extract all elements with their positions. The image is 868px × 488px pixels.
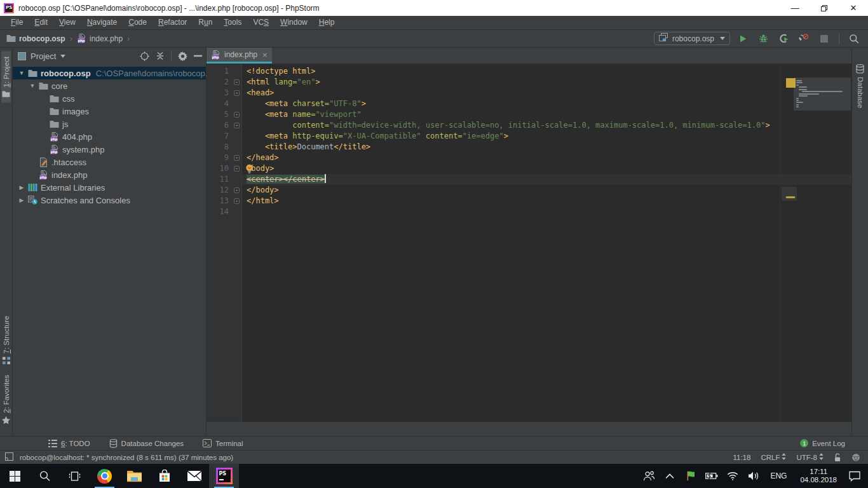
- tree-expand-arrow[interactable]: ▼: [27, 83, 37, 89]
- minimize-button[interactable]: —: [780, 0, 810, 16]
- menu-help[interactable]: Help: [313, 16, 341, 29]
- code-line-14[interactable]: [242, 207, 851, 217]
- warning-stripe-mark[interactable]: [786, 196, 795, 198]
- fold-marker[interactable]: [234, 198, 240, 204]
- locate-icon[interactable]: [140, 51, 149, 61]
- code-line-11[interactable]: <center></center>: [242, 174, 851, 185]
- tree-item-js[interactable]: js: [13, 118, 206, 130]
- tool-stripe-database[interactable]: Database: [855, 59, 865, 113]
- encoding-widget[interactable]: UTF-8: [796, 453, 824, 461]
- code-line-12[interactable]: </body>: [242, 185, 851, 196]
- chevron-down-icon[interactable]: [60, 55, 65, 58]
- fold-marker[interactable]: [234, 187, 240, 193]
- tool-stripe-2-favorites[interactable]: 2: Favorites: [1, 370, 11, 430]
- tree-item-robocop-osp[interactable]: ▼robocop.ospC:\OSPanel\domains\robocop.o…: [13, 67, 206, 79]
- line-separator-widget[interactable]: CRLF: [761, 453, 786, 461]
- tool-window-button-database-changes[interactable]: Database Changes: [109, 439, 184, 448]
- code-line-6[interactable]: content="width=device-width, user-scalab…: [242, 120, 851, 131]
- code-line-5[interactable]: <meta name="viewport": [242, 109, 851, 120]
- close-icon[interactable]: ×: [262, 50, 268, 60]
- tray-chevron-up-icon[interactable]: [661, 466, 678, 485]
- hector-inspections-icon[interactable]: [851, 453, 860, 462]
- menu-edit[interactable]: Edit: [29, 16, 53, 29]
- language-indicator[interactable]: ENG: [766, 471, 790, 480]
- taskbar-task-view-icon[interactable]: [60, 464, 90, 488]
- code-line-2[interactable]: <html lang="en">: [242, 77, 851, 88]
- editor-code-pane[interactable]: <!doctype html><html lang="en"><head> <m…: [242, 64, 851, 421]
- action-center-icon[interactable]: [846, 466, 863, 485]
- clock[interactable]: 17:11 04.08.2018: [795, 468, 842, 484]
- taskbar-mail-icon[interactable]: [179, 464, 209, 488]
- tree-collapse-arrow[interactable]: ▶: [17, 197, 27, 203]
- menu-file[interactable]: File: [5, 16, 29, 29]
- menu-tools[interactable]: Tools: [218, 16, 247, 29]
- menu-window[interactable]: Window: [275, 16, 313, 29]
- tree-item-scratches-and-consoles[interactable]: ▶Scratches and Consoles: [13, 194, 206, 207]
- restore-button[interactable]: [810, 0, 839, 16]
- listen-debug-connections-button[interactable]: [796, 32, 811, 46]
- tray-ospanel-flag-icon[interactable]: [682, 466, 699, 485]
- code-line-9[interactable]: </head>: [242, 152, 851, 163]
- taskbar-chrome-icon[interactable]: [90, 464, 119, 488]
- taskbar-phpstorm-icon[interactable]: PS: [209, 464, 239, 488]
- tool-window-button-terminal[interactable]: Terminal: [203, 439, 243, 447]
- editor-tab-index.php[interactable]: phpindex.php×: [207, 48, 272, 64]
- tool-stripe-1-project[interactable]: 1: Project: [1, 51, 11, 103]
- debug-button[interactable]: [756, 32, 771, 46]
- tree-item--htaccess[interactable]: .htaccess: [13, 156, 206, 168]
- menu-view[interactable]: View: [53, 16, 81, 29]
- code-editor[interactable]: 1234567891011121314 <!doctype html><html…: [207, 64, 851, 421]
- tree-item-external-libraries[interactable]: ▶External Libraries: [13, 181, 206, 194]
- tool-stripe-7-structure[interactable]: 7: Structure: [2, 311, 11, 369]
- tree-expand-arrow[interactable]: ▼: [17, 70, 27, 76]
- menu-refactor[interactable]: Refactor: [153, 16, 193, 29]
- taskbar-store-icon[interactable]: [149, 464, 179, 488]
- tray-people-icon[interactable]: [641, 466, 657, 485]
- tree-item-system-php[interactable]: phpsystem.php: [13, 143, 206, 156]
- run-configuration-select[interactable]: robocop.osp: [654, 32, 730, 45]
- collapse-all-icon[interactable]: [156, 51, 165, 60]
- fold-marker[interactable]: [234, 112, 240, 118]
- tray-battery-icon[interactable]: [703, 466, 720, 485]
- menu-code[interactable]: Code: [123, 16, 153, 29]
- run-with-coverage-button[interactable]: [776, 32, 791, 46]
- fold-marker[interactable]: [234, 90, 240, 96]
- tray-wifi-icon[interactable]: [724, 466, 741, 485]
- fold-marker[interactable]: [234, 166, 240, 172]
- tray-volume-icon[interactable]: [745, 466, 762, 485]
- code-line-8[interactable]: <title>Document</title>: [242, 142, 851, 152]
- nav-breadcrumb-robocop.osp[interactable]: robocop.osp: [6, 34, 65, 43]
- taskbar-start-icon[interactable]: [0, 464, 30, 488]
- tool-window-button-6-todo[interactable]: 6: TODO: [48, 440, 90, 447]
- menu-vcs[interactable]: VCS: [247, 16, 275, 29]
- intention-bulb-icon[interactable]: [245, 164, 254, 177]
- code-line-13[interactable]: </html>: [242, 196, 851, 207]
- search-everywhere-button[interactable]: [846, 32, 862, 46]
- lock-open-icon[interactable]: [834, 453, 841, 462]
- fold-marker[interactable]: [234, 123, 240, 128]
- close-button[interactable]: ✕: [839, 0, 868, 16]
- fold-marker[interactable]: [234, 79, 240, 85]
- stop-button[interactable]: [817, 32, 832, 46]
- tree-item-index-php[interactable]: phpindex.php: [13, 168, 206, 181]
- inspection-status-square[interactable]: [786, 78, 796, 88]
- settings-gear-icon[interactable]: [178, 51, 187, 61]
- code-line-4[interactable]: <meta charset="UTF-8">: [242, 98, 851, 109]
- tree-item-404-php[interactable]: php404.php: [13, 130, 206, 143]
- nav-breadcrumb-index.php[interactable]: phpindex.php: [77, 34, 123, 43]
- tree-item-core[interactable]: ▼core: [13, 79, 206, 92]
- taskbar-taskbar-search-icon[interactable]: [30, 464, 60, 488]
- code-line-10[interactable]: <body>: [242, 163, 851, 174]
- hide-panel-icon[interactable]: [194, 55, 202, 57]
- menu-run[interactable]: Run: [193, 16, 218, 29]
- code-line-7[interactable]: <meta http-equiv="X-UA-Compatible" conte…: [242, 131, 851, 142]
- code-line-1[interactable]: <!doctype html>: [242, 66, 851, 77]
- tree-collapse-arrow[interactable]: ▶: [17, 184, 27, 191]
- code-line-3[interactable]: <head>: [242, 88, 851, 98]
- event-log-button[interactable]: 1 Event Log: [800, 439, 845, 447]
- menu-navigate[interactable]: Navigate: [81, 16, 123, 29]
- tree-item-images[interactable]: images: [13, 105, 206, 118]
- run-button[interactable]: [735, 32, 750, 46]
- fold-marker[interactable]: [234, 155, 240, 161]
- tree-item-css[interactable]: css: [13, 92, 206, 105]
